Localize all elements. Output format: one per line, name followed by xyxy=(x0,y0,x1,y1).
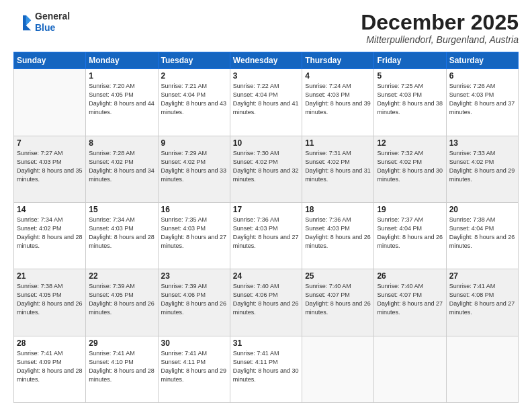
calendar: Sunday Monday Tuesday Wednesday Thursday… xyxy=(13,52,519,403)
day-cell-21: 21Sunrise: 7:38 AMSunset: 4:05 PMDayligh… xyxy=(14,269,86,336)
day-number: 15 xyxy=(89,205,154,214)
header-wednesday: Wednesday xyxy=(230,52,302,69)
weekday-header-row: Sunday Monday Tuesday Wednesday Thursday… xyxy=(14,52,519,69)
day-number: 17 xyxy=(233,205,299,214)
day-info: Sunrise: 7:27 AMSunset: 4:03 PMDaylight:… xyxy=(17,149,83,184)
day-number: 31 xyxy=(233,338,299,348)
header-monday: Monday xyxy=(86,52,158,69)
day-info: Sunrise: 7:32 AMSunset: 4:02 PMDaylight:… xyxy=(377,149,443,184)
day-cell-3: 3Sunrise: 7:22 AMSunset: 4:04 PMDaylight… xyxy=(230,69,302,136)
day-cell-4: 4Sunrise: 7:24 AMSunset: 4:03 PMDaylight… xyxy=(302,69,374,136)
day-number: 7 xyxy=(17,138,83,148)
day-cell-5: 5Sunrise: 7:25 AMSunset: 4:03 PMDaylight… xyxy=(374,69,446,136)
logo: General Blue xyxy=(13,11,70,34)
day-info: Sunrise: 7:22 AMSunset: 4:04 PMDaylight:… xyxy=(233,82,299,117)
day-info: Sunrise: 7:34 AMSunset: 4:02 PMDaylight:… xyxy=(17,216,83,250)
location: Mitterpullendorf, Burgenland, Austria xyxy=(361,34,519,45)
day-info: Sunrise: 7:36 AMSunset: 4:03 PMDaylight:… xyxy=(233,216,299,250)
calendar-row: 7Sunrise: 7:27 AMSunset: 4:03 PMDaylight… xyxy=(14,136,519,202)
day-number: 12 xyxy=(377,138,443,148)
day-number: 26 xyxy=(377,271,443,281)
day-info: Sunrise: 7:38 AMSunset: 4:05 PMDaylight:… xyxy=(17,282,83,317)
day-info: Sunrise: 7:38 AMSunset: 4:04 PMDaylight:… xyxy=(449,216,515,250)
day-cell-11: 11Sunrise: 7:31 AMSunset: 4:02 PMDayligh… xyxy=(302,136,374,202)
day-cell-6: 6Sunrise: 7:26 AMSunset: 4:03 PMDaylight… xyxy=(446,69,518,136)
day-cell-30: 30Sunrise: 7:41 AMSunset: 4:11 PMDayligh… xyxy=(158,336,230,402)
day-info: Sunrise: 7:39 AMSunset: 4:06 PMDaylight:… xyxy=(161,282,227,317)
day-number: 13 xyxy=(449,138,515,148)
empty-cell xyxy=(14,69,86,136)
page: General Blue December 2025 Mitterpullend… xyxy=(0,0,532,411)
day-cell-26: 26Sunrise: 7:40 AMSunset: 4:07 PMDayligh… xyxy=(374,269,446,336)
day-number: 25 xyxy=(305,271,371,281)
logo-text: General Blue xyxy=(35,11,70,34)
empty-cell xyxy=(446,336,518,402)
header-saturday: Saturday xyxy=(446,52,518,69)
day-info: Sunrise: 7:29 AMSunset: 4:02 PMDaylight:… xyxy=(161,149,227,184)
day-info: Sunrise: 7:37 AMSunset: 4:04 PMDaylight:… xyxy=(377,216,443,250)
day-info: Sunrise: 7:39 AMSunset: 4:05 PMDaylight:… xyxy=(89,282,154,317)
day-info: Sunrise: 7:21 AMSunset: 4:04 PMDaylight:… xyxy=(161,82,227,117)
day-number: 21 xyxy=(17,271,83,281)
day-info: Sunrise: 7:33 AMSunset: 4:02 PMDaylight:… xyxy=(449,149,515,184)
day-number: 11 xyxy=(305,138,371,148)
day-cell-7: 7Sunrise: 7:27 AMSunset: 4:03 PMDaylight… xyxy=(14,136,86,202)
day-cell-2: 2Sunrise: 7:21 AMSunset: 4:04 PMDaylight… xyxy=(158,69,230,136)
day-cell-8: 8Sunrise: 7:28 AMSunset: 4:02 PMDaylight… xyxy=(86,136,158,202)
day-cell-31: 31Sunrise: 7:41 AMSunset: 4:11 PMDayligh… xyxy=(230,336,302,402)
day-number: 10 xyxy=(233,138,299,148)
day-cell-14: 14Sunrise: 7:34 AMSunset: 4:02 PMDayligh… xyxy=(14,202,86,269)
day-info: Sunrise: 7:36 AMSunset: 4:03 PMDaylight:… xyxy=(305,216,371,250)
header-friday: Friday xyxy=(374,52,446,69)
day-info: Sunrise: 7:34 AMSunset: 4:03 PMDaylight:… xyxy=(89,216,154,250)
day-info: Sunrise: 7:40 AMSunset: 4:07 PMDaylight:… xyxy=(377,282,443,317)
empty-cell xyxy=(302,336,374,402)
day-number: 1 xyxy=(89,71,154,81)
day-info: Sunrise: 7:30 AMSunset: 4:02 PMDaylight:… xyxy=(233,149,299,184)
header-thursday: Thursday xyxy=(302,52,374,69)
day-cell-16: 16Sunrise: 7:35 AMSunset: 4:03 PMDayligh… xyxy=(158,202,230,269)
day-info: Sunrise: 7:25 AMSunset: 4:03 PMDaylight:… xyxy=(377,82,443,117)
day-number: 5 xyxy=(377,71,443,81)
day-info: Sunrise: 7:41 AMSunset: 4:11 PMDaylight:… xyxy=(161,349,227,384)
day-info: Sunrise: 7:31 AMSunset: 4:02 PMDaylight:… xyxy=(305,149,371,184)
day-number: 6 xyxy=(449,71,515,81)
day-number: 30 xyxy=(161,338,227,348)
day-cell-10: 10Sunrise: 7:30 AMSunset: 4:02 PMDayligh… xyxy=(230,136,302,202)
day-number: 3 xyxy=(233,71,299,81)
day-info: Sunrise: 7:41 AMSunset: 4:09 PMDaylight:… xyxy=(17,349,83,384)
day-number: 16 xyxy=(161,205,227,214)
day-cell-15: 15Sunrise: 7:34 AMSunset: 4:03 PMDayligh… xyxy=(86,202,158,269)
day-number: 22 xyxy=(89,271,154,281)
day-info: Sunrise: 7:20 AMSunset: 4:05 PMDaylight:… xyxy=(89,82,154,117)
day-number: 4 xyxy=(305,71,371,81)
day-cell-18: 18Sunrise: 7:36 AMSunset: 4:03 PMDayligh… xyxy=(302,202,374,269)
day-number: 20 xyxy=(449,205,515,214)
calendar-row: 28Sunrise: 7:41 AMSunset: 4:09 PMDayligh… xyxy=(14,336,519,402)
day-cell-9: 9Sunrise: 7:29 AMSunset: 4:02 PMDaylight… xyxy=(158,136,230,202)
title-block: December 2025 Mitterpullendorf, Burgenla… xyxy=(361,11,519,45)
header: General Blue December 2025 Mitterpullend… xyxy=(13,11,519,45)
day-cell-22: 22Sunrise: 7:39 AMSunset: 4:05 PMDayligh… xyxy=(86,269,158,336)
day-number: 27 xyxy=(449,271,515,281)
day-cell-20: 20Sunrise: 7:38 AMSunset: 4:04 PMDayligh… xyxy=(446,202,518,269)
day-cell-1: 1Sunrise: 7:20 AMSunset: 4:05 PMDaylight… xyxy=(86,69,158,136)
calendar-row: 14Sunrise: 7:34 AMSunset: 4:02 PMDayligh… xyxy=(14,202,519,269)
day-number: 8 xyxy=(89,138,154,148)
day-cell-24: 24Sunrise: 7:40 AMSunset: 4:06 PMDayligh… xyxy=(230,269,302,336)
day-cell-13: 13Sunrise: 7:33 AMSunset: 4:02 PMDayligh… xyxy=(446,136,518,202)
day-number: 9 xyxy=(161,138,227,148)
day-info: Sunrise: 7:24 AMSunset: 4:03 PMDaylight:… xyxy=(305,82,371,117)
day-info: Sunrise: 7:40 AMSunset: 4:06 PMDaylight:… xyxy=(233,282,299,317)
day-info: Sunrise: 7:35 AMSunset: 4:03 PMDaylight:… xyxy=(161,216,227,250)
header-sunday: Sunday xyxy=(14,52,86,69)
day-number: 23 xyxy=(161,271,227,281)
day-cell-29: 29Sunrise: 7:41 AMSunset: 4:10 PMDayligh… xyxy=(86,336,158,402)
day-cell-27: 27Sunrise: 7:41 AMSunset: 4:08 PMDayligh… xyxy=(446,269,518,336)
day-info: Sunrise: 7:26 AMSunset: 4:03 PMDaylight:… xyxy=(449,82,515,117)
calendar-row: 1Sunrise: 7:20 AMSunset: 4:05 PMDaylight… xyxy=(14,69,519,136)
day-info: Sunrise: 7:41 AMSunset: 4:11 PMDaylight:… xyxy=(233,349,299,384)
empty-cell xyxy=(374,336,446,402)
calendar-row: 21Sunrise: 7:38 AMSunset: 4:05 PMDayligh… xyxy=(14,269,519,336)
day-cell-28: 28Sunrise: 7:41 AMSunset: 4:09 PMDayligh… xyxy=(14,336,86,402)
